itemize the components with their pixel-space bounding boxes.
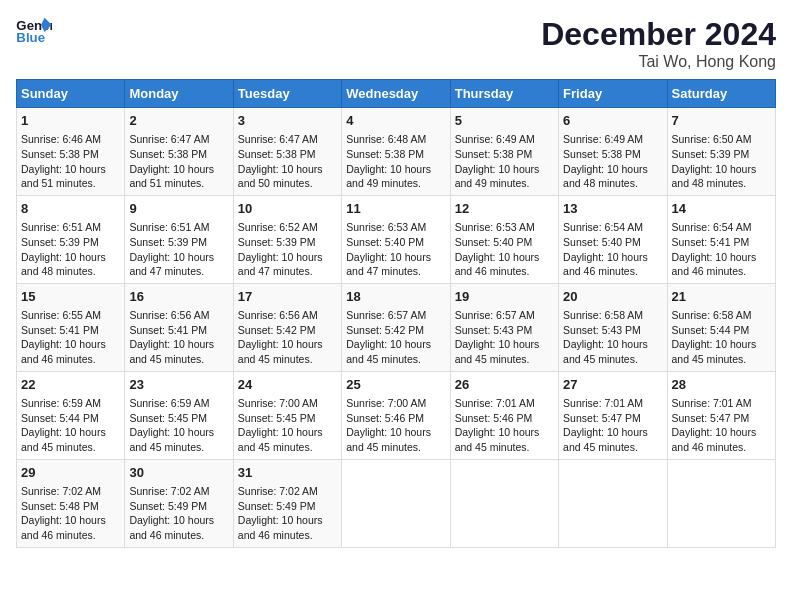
sunset-label: Sunset: 5:46 PM (455, 412, 533, 424)
sunrise-label: Sunrise: 6:51 AM (129, 221, 209, 233)
page-header: General Blue December 2024 Tai Wo, Hong … (16, 16, 776, 71)
daylight-minutes: and 49 minutes. (346, 177, 421, 189)
daylight-label: Daylight: 10 hours (238, 251, 323, 263)
sunrise-label: Sunrise: 6:46 AM (21, 133, 101, 145)
daylight-minutes: and 46 minutes. (672, 441, 747, 453)
calendar-cell: 15Sunrise: 6:55 AMSunset: 5:41 PMDayligh… (17, 283, 125, 371)
daylight-minutes: and 45 minutes. (455, 441, 530, 453)
daylight-label: Daylight: 10 hours (129, 426, 214, 438)
sunrise-label: Sunrise: 6:54 AM (672, 221, 752, 233)
day-number: 2 (129, 112, 228, 130)
calendar-cell (342, 459, 450, 547)
daylight-label: Daylight: 10 hours (129, 514, 214, 526)
daylight-minutes: and 48 minutes. (672, 177, 747, 189)
calendar-row-2: 15Sunrise: 6:55 AMSunset: 5:41 PMDayligh… (17, 283, 776, 371)
day-number: 21 (672, 288, 771, 306)
day-number: 31 (238, 464, 337, 482)
sunset-label: Sunset: 5:47 PM (672, 412, 750, 424)
sunrise-label: Sunrise: 7:01 AM (455, 397, 535, 409)
daylight-label: Daylight: 10 hours (563, 426, 648, 438)
calendar-cell: 3Sunrise: 6:47 AMSunset: 5:38 PMDaylight… (233, 108, 341, 196)
calendar-cell: 19Sunrise: 6:57 AMSunset: 5:43 PMDayligh… (450, 283, 558, 371)
daylight-minutes: and 45 minutes. (238, 353, 313, 365)
daylight-label: Daylight: 10 hours (238, 426, 323, 438)
day-number: 9 (129, 200, 228, 218)
daylight-minutes: and 45 minutes. (563, 353, 638, 365)
sunset-label: Sunset: 5:44 PM (21, 412, 99, 424)
daylight-label: Daylight: 10 hours (21, 514, 106, 526)
daylight-minutes: and 49 minutes. (455, 177, 530, 189)
sunrise-label: Sunrise: 6:54 AM (563, 221, 643, 233)
calendar-cell: 1Sunrise: 6:46 AMSunset: 5:38 PMDaylight… (17, 108, 125, 196)
calendar-cell: 6Sunrise: 6:49 AMSunset: 5:38 PMDaylight… (559, 108, 667, 196)
calendar-row-1: 8Sunrise: 6:51 AMSunset: 5:39 PMDaylight… (17, 195, 776, 283)
col-header-tuesday: Tuesday (233, 80, 341, 108)
daylight-label: Daylight: 10 hours (21, 338, 106, 350)
daylight-minutes: and 46 minutes. (455, 265, 530, 277)
sunset-label: Sunset: 5:39 PM (21, 236, 99, 248)
sunset-label: Sunset: 5:47 PM (563, 412, 641, 424)
sunrise-label: Sunrise: 6:48 AM (346, 133, 426, 145)
sunset-label: Sunset: 5:49 PM (238, 500, 316, 512)
sunset-label: Sunset: 5:45 PM (238, 412, 316, 424)
sunset-label: Sunset: 5:39 PM (672, 148, 750, 160)
sunrise-label: Sunrise: 6:56 AM (129, 309, 209, 321)
sunset-label: Sunset: 5:38 PM (238, 148, 316, 160)
daylight-label: Daylight: 10 hours (563, 251, 648, 263)
sunrise-label: Sunrise: 7:00 AM (238, 397, 318, 409)
calendar-row-4: 29Sunrise: 7:02 AMSunset: 5:48 PMDayligh… (17, 459, 776, 547)
sunrise-label: Sunrise: 6:55 AM (21, 309, 101, 321)
day-number: 17 (238, 288, 337, 306)
daylight-minutes: and 48 minutes. (21, 265, 96, 277)
calendar-cell: 28Sunrise: 7:01 AMSunset: 5:47 PMDayligh… (667, 371, 775, 459)
sunrise-label: Sunrise: 6:52 AM (238, 221, 318, 233)
calendar-cell: 29Sunrise: 7:02 AMSunset: 5:48 PMDayligh… (17, 459, 125, 547)
calendar-cell: 20Sunrise: 6:58 AMSunset: 5:43 PMDayligh… (559, 283, 667, 371)
daylight-minutes: and 45 minutes. (346, 441, 421, 453)
day-number: 16 (129, 288, 228, 306)
daylight-minutes: and 45 minutes. (129, 353, 204, 365)
daylight-minutes: and 45 minutes. (129, 441, 204, 453)
day-number: 25 (346, 376, 445, 394)
sunset-label: Sunset: 5:46 PM (346, 412, 424, 424)
day-number: 3 (238, 112, 337, 130)
daylight-label: Daylight: 10 hours (346, 163, 431, 175)
daylight-label: Daylight: 10 hours (672, 426, 757, 438)
calendar-cell: 26Sunrise: 7:01 AMSunset: 5:46 PMDayligh… (450, 371, 558, 459)
col-header-friday: Friday (559, 80, 667, 108)
calendar-cell (667, 459, 775, 547)
calendar-cell: 12Sunrise: 6:53 AMSunset: 5:40 PMDayligh… (450, 195, 558, 283)
subtitle: Tai Wo, Hong Kong (541, 53, 776, 71)
daylight-minutes: and 46 minutes. (238, 529, 313, 541)
calendar-cell: 7Sunrise: 6:50 AMSunset: 5:39 PMDaylight… (667, 108, 775, 196)
col-header-thursday: Thursday (450, 80, 558, 108)
sunset-label: Sunset: 5:43 PM (455, 324, 533, 336)
sunset-label: Sunset: 5:38 PM (346, 148, 424, 160)
calendar-cell: 8Sunrise: 6:51 AMSunset: 5:39 PMDaylight… (17, 195, 125, 283)
sunrise-label: Sunrise: 6:49 AM (455, 133, 535, 145)
daylight-minutes: and 46 minutes. (129, 529, 204, 541)
day-number: 26 (455, 376, 554, 394)
daylight-minutes: and 46 minutes. (672, 265, 747, 277)
daylight-label: Daylight: 10 hours (21, 426, 106, 438)
calendar-cell: 27Sunrise: 7:01 AMSunset: 5:47 PMDayligh… (559, 371, 667, 459)
calendar-cell: 2Sunrise: 6:47 AMSunset: 5:38 PMDaylight… (125, 108, 233, 196)
daylight-label: Daylight: 10 hours (672, 338, 757, 350)
sunrise-label: Sunrise: 6:49 AM (563, 133, 643, 145)
day-number: 15 (21, 288, 120, 306)
sunrise-label: Sunrise: 6:57 AM (346, 309, 426, 321)
calendar-cell (450, 459, 558, 547)
calendar-cell: 30Sunrise: 7:02 AMSunset: 5:49 PMDayligh… (125, 459, 233, 547)
day-number: 23 (129, 376, 228, 394)
calendar-cell: 22Sunrise: 6:59 AMSunset: 5:44 PMDayligh… (17, 371, 125, 459)
daylight-label: Daylight: 10 hours (455, 163, 540, 175)
day-number: 4 (346, 112, 445, 130)
sunset-label: Sunset: 5:43 PM (563, 324, 641, 336)
day-number: 11 (346, 200, 445, 218)
daylight-minutes: and 45 minutes. (563, 441, 638, 453)
sunset-label: Sunset: 5:44 PM (672, 324, 750, 336)
sunset-label: Sunset: 5:42 PM (238, 324, 316, 336)
calendar-cell: 21Sunrise: 6:58 AMSunset: 5:44 PMDayligh… (667, 283, 775, 371)
day-number: 27 (563, 376, 662, 394)
logo-icon: General Blue (16, 16, 52, 46)
